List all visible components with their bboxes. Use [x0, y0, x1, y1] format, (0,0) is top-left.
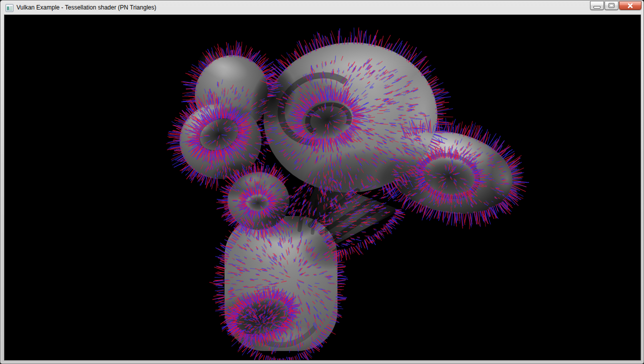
minimize-button[interactable] — [590, 1, 604, 10]
maximize-button[interactable] — [604, 1, 618, 10]
title-bar[interactable]: Vulkan Example - Tessellation shader (PN… — [0, 0, 644, 15]
close-icon — [628, 3, 633, 8]
maximize-icon — [608, 3, 614, 8]
tessellation-render-canvas[interactable] — [4, 15, 640, 360]
caption-buttons — [590, 1, 642, 10]
minimize-icon — [594, 6, 600, 8]
render-viewport[interactable] — [4, 15, 640, 360]
app-icon[interactable] — [6, 4, 14, 12]
app-window: Vulkan Example - Tessellation shader (PN… — [0, 0, 644, 364]
close-button[interactable] — [619, 1, 642, 10]
window-title: Vulkan Example - Tessellation shader (PN… — [16, 0, 156, 15]
